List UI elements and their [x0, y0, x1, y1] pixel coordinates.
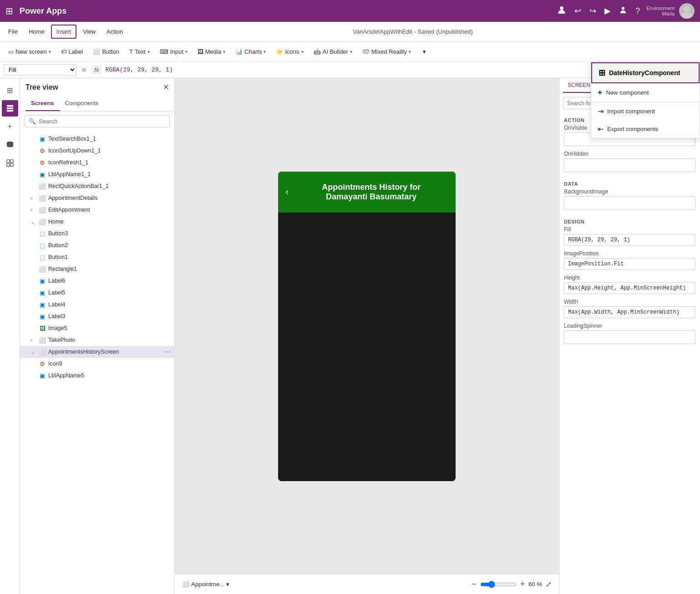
screen-name-chevron: ▾: [226, 581, 229, 588]
search-input[interactable]: [39, 118, 166, 125]
new-screen-button[interactable]: ▭ New screen ▾: [4, 46, 56, 57]
tree-item-AppointmentsHistoryScreen[interactable]: ⌄ ⬜ AppointmentsHistoryScreen ···: [20, 346, 174, 358]
menu-action[interactable]: Action: [102, 25, 127, 38]
tree-item-Button3[interactable]: ⬚ Button3: [20, 228, 174, 239]
menu-home[interactable]: Home: [24, 25, 49, 38]
menubar: File Home Insert View Action VanArsdelAp…: [0, 22, 700, 42]
tree-item-Label5[interactable]: ▣ Label5: [20, 287, 174, 299]
profile-icon-btn[interactable]: [555, 4, 568, 19]
icons-button[interactable]: ⭐ Icons ▾: [271, 46, 308, 57]
tree-item-IconSortUpDown1_1[interactable]: ⚙ IconSortUpDown1_1: [20, 145, 174, 157]
account-button[interactable]: [617, 4, 629, 18]
rail-data-icon[interactable]: [2, 137, 18, 153]
prop-input-loadingspinner[interactable]: [564, 330, 695, 344]
label-button[interactable]: 🏷 Label: [56, 46, 88, 57]
input-icon: ⌨: [160, 48, 168, 55]
label-icon: ▣: [38, 300, 46, 309]
ai-builder-button[interactable]: 🤖 AI Builder ▾: [309, 46, 357, 57]
fx-label: fx: [91, 66, 101, 74]
screen-rect-icon: ⬜: [182, 581, 189, 588]
menu-view[interactable]: View: [78, 25, 100, 38]
zoom-minus-button[interactable]: −: [472, 579, 477, 589]
media-button[interactable]: 🖼 Media ▾: [193, 46, 230, 57]
new-component-item[interactable]: + New component: [591, 83, 700, 102]
tree-item-Label6[interactable]: ▣ Label6: [20, 275, 174, 287]
redo-button[interactable]: ↪: [588, 4, 598, 18]
mixed-reality-chevron: ▾: [409, 49, 411, 54]
export-components-item[interactable]: ⇤ Export components: [591, 120, 700, 138]
screen-name-selector[interactable]: ⬜ Appointme... ▾: [182, 581, 229, 588]
tree-item-Image5[interactable]: 🖼 Image5: [20, 322, 174, 334]
input-button[interactable]: ⌨ Input ▾: [155, 46, 192, 57]
play-button[interactable]: ▶: [603, 4, 613, 18]
rail-add-icon[interactable]: +: [2, 118, 18, 135]
tree-item-Icon9[interactable]: ⚙ Icon9: [20, 358, 174, 370]
screen-name-label: Appointme...: [191, 581, 224, 588]
rail-components-icon[interactable]: [2, 155, 18, 171]
tree-item-LblAppName5[interactable]: ▣ LblAppName5: [20, 370, 174, 381]
app-save-status: VanArsdelAppWithEdit - Saved (Unpublishe…: [353, 28, 473, 35]
tree-item-TextSearchBox1_1[interactable]: ▣ TextSearchBox1_1: [20, 133, 174, 145]
new-screen-icon: ▭: [8, 48, 14, 55]
sidebar-header: Tree view ✕: [20, 78, 174, 96]
prop-input-width[interactable]: Max(App.Width, App.MinScreenWidth): [564, 306, 695, 318]
rect-icon: ⬜: [38, 265, 46, 273]
more-options-icon[interactable]: ···: [165, 348, 171, 356]
property-select[interactable]: Fill: [4, 64, 76, 76]
main-area: ⊞ + Tree view ✕ Screens Components 🔍 ▣: [0, 78, 700, 594]
sidebar-search-box[interactable]: 🔍: [25, 115, 170, 127]
text-button[interactable]: T Text ▾: [125, 46, 154, 57]
import-component-item[interactable]: ⇥ Import component: [591, 102, 700, 120]
icons-chevron: ▾: [301, 49, 304, 54]
tree-item-RectQuickActionBar1_1[interactable]: ⬜ RectQuickActionBar1_1: [20, 180, 174, 192]
user-avatar[interactable]: [679, 3, 695, 19]
tree-item-TakePhoto[interactable]: › ⬜ TakePhoto: [20, 334, 174, 346]
sidebar: Tree view ✕ Screens Components 🔍 ▣ TextS…: [20, 78, 175, 594]
right-panel: SCREEN C... Properties Advanced 🔍 ACTION…: [559, 78, 700, 594]
tree-item-IconRefresh1_1[interactable]: ⚙ IconRefresh1_1: [20, 157, 174, 168]
mixed-reality-button[interactable]: 🥽 Mixed Reality ▾: [358, 46, 416, 57]
rail-grid-icon[interactable]: ⊞: [2, 82, 18, 98]
tree-item-Home[interactable]: ⌄ ⬜ Home: [20, 216, 174, 228]
canvas-content: ‹ Appointments History for Damayanti Bas…: [175, 78, 559, 574]
zoom-plus-button[interactable]: +: [520, 579, 525, 589]
fullscreen-button[interactable]: ⤢: [546, 580, 552, 589]
prop-input-imageposition[interactable]: ImagePosition.Fit: [564, 258, 695, 270]
tree-item-Rectangle1[interactable]: ⬜ Rectangle1: [20, 263, 174, 275]
zoom-slider[interactable]: [480, 581, 517, 588]
tree-item-Label3[interactable]: ▣ Label3: [20, 310, 174, 322]
undo-button[interactable]: ↩: [573, 4, 583, 18]
prop-input-height[interactable]: Max(App.Height, App.MinScreenHeight): [564, 282, 695, 294]
tree-item-Button2[interactable]: ⬚ Button2: [20, 239, 174, 251]
tree-item-LblAppName1_1[interactable]: ▣ LblAppName1_1: [20, 168, 174, 180]
button-button[interactable]: ⬜ Button: [88, 46, 124, 57]
icons-icon: ⭐: [276, 48, 283, 55]
more-button[interactable]: ▾: [418, 46, 431, 57]
prop-input-onhidden[interactable]: [564, 158, 695, 172]
tree-item-EditAppointment[interactable]: › ⬜ EditAppointment: [20, 204, 174, 216]
canvas-area: ‹ Appointments History for Damayanti Bas…: [175, 78, 559, 594]
menu-file[interactable]: File: [4, 25, 22, 38]
prop-input-fill[interactable]: RGBA(29, 29, 29, 1): [564, 234, 695, 246]
charts-button[interactable]: 📊 Charts ▾: [231, 46, 270, 57]
sidebar-close-button[interactable]: ✕: [163, 83, 169, 91]
prop-label-fill: Fill: [564, 226, 695, 233]
rail-layers-icon[interactable]: [2, 100, 18, 117]
phone-title: Appointments History for Damayanti Basum…: [294, 183, 448, 202]
mixed-reality-icon: 🥽: [362, 48, 370, 55]
menu-insert[interactable]: Insert: [51, 25, 77, 39]
tree-item-Button1[interactable]: ⬚ Button1: [20, 251, 174, 263]
topbar: ⊞ Power Apps ↩ ↪ ▶ ? Environment Maria: [0, 0, 700, 22]
help-button[interactable]: ?: [634, 5, 642, 18]
tab-components[interactable]: Components: [60, 96, 104, 111]
tree-item-Label4[interactable]: ▣ Label4: [20, 299, 174, 310]
tree-container: ▣ TextSearchBox1_1 ⚙ IconSortUpDown1_1 ⚙…: [20, 131, 174, 594]
equals-sign: =: [80, 66, 88, 74]
tree-item-AppointmentDetails[interactable]: › ⬜ AppointmentDetails: [20, 192, 174, 204]
grid-icon[interactable]: ⊞: [5, 5, 13, 16]
prop-input-backgroundimage[interactable]: [564, 196, 695, 210]
chevron-icon: ⌄: [31, 350, 36, 355]
tab-screens[interactable]: Screens: [25, 96, 60, 111]
svg-rect-10: [10, 163, 13, 166]
screen-icon: ⬜: [38, 336, 46, 344]
